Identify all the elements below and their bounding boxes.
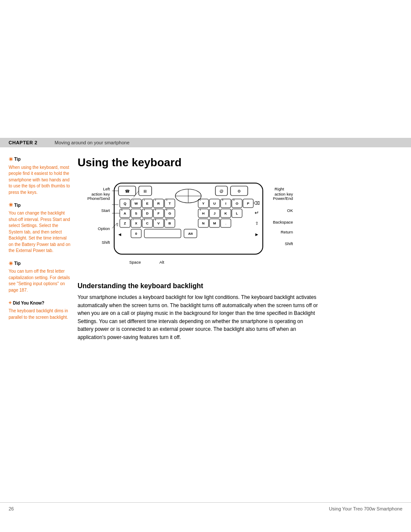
svg-text:Z: Z [124, 221, 126, 225]
return-label: Return [280, 230, 293, 235]
left-action-key-label: Leftaction key [78, 187, 110, 197]
svg-text:1: 1 [144, 199, 145, 201]
did-you-know-text: The keyboard backlight dims in parallel … [9, 308, 71, 320]
svg-text:7: 7 [133, 218, 134, 221]
svg-text:D: D [146, 212, 149, 215]
tip-1-header: ✳ Tip [9, 156, 71, 163]
svg-text:V: V [157, 221, 160, 225]
svg-text:8: 8 [222, 199, 224, 201]
svg-text:⇧: ⇧ [115, 222, 119, 227]
svg-text:O: O [236, 202, 238, 205]
option-label: Option [82, 226, 110, 231]
svg-text:H: H [202, 212, 205, 215]
shift-right-label: Shift [285, 241, 293, 246]
svg-text:N: N [202, 221, 205, 225]
did-you-know-header: + Did You Know? [9, 299, 71, 307]
power-end-label: Power/End [273, 196, 293, 201]
ok-label: OK [287, 208, 293, 213]
svg-text:S: S [135, 212, 137, 215]
tip-3-star-icon: ✳ [9, 260, 13, 268]
backspace-label: Backspace [273, 220, 293, 225]
svg-text:↵: ↵ [255, 210, 259, 216]
tip-1-label: Tip [14, 156, 21, 162]
tip-1-star-icon: ✳ [9, 156, 13, 163]
phone-send-label: Phone/Send [78, 196, 110, 201]
shift-left-label: Shift [86, 240, 110, 245]
svg-text:9: 9 [234, 199, 235, 201]
chapter-title: Moving around on your smartphone [55, 140, 130, 145]
svg-text:5: 5 [200, 208, 201, 211]
svg-rect-89 [144, 229, 181, 238]
did-you-know-label: Did You Know? [13, 300, 44, 306]
svg-text:⊞: ⊞ [143, 189, 147, 193]
svg-text:@: @ [219, 189, 223, 193]
content-area: ✳ Tip When using the keyboard, most peop… [0, 147, 411, 350]
sidebar: ✳ Tip When using the keyboard, most peop… [9, 156, 78, 342]
svg-text:⚙: ⚙ [237, 189, 241, 193]
svg-text:X: X [135, 221, 137, 225]
footer-book-title: Using Your Treo 700w Smartphone [329, 506, 402, 511]
svg-text:Alt: Alt [188, 232, 193, 236]
svg-text:8: 8 [144, 218, 145, 221]
tip-2-header: ✳ Tip [9, 202, 71, 209]
svg-text:C: C [146, 221, 149, 225]
svg-line-95 [134, 191, 139, 197]
svg-text:9: 9 [155, 218, 156, 221]
body-text: Your smartphone includes a keyboard back… [78, 293, 319, 342]
main-content: Using the keyboard Leftaction key Phone/… [78, 156, 402, 342]
tip-2-label: Tip [14, 202, 21, 208]
svg-text:⌫: ⌫ [254, 201, 260, 205]
keyboard-diagram: Leftaction key Phone/Send Start Option S… [78, 174, 302, 274]
section-title: Using the keyboard [78, 156, 402, 169]
svg-text:☎: ☎ [125, 189, 130, 193]
svg-text:E: E [146, 202, 149, 205]
svg-text:5: 5 [155, 208, 156, 211]
tip-3: ✳ Tip You can turn off the first letter … [9, 260, 71, 294]
page-wrapper: CHAPTER 2 Moving around on your smartpho… [0, 138, 411, 532]
tip-2: ✳ Tip You can change the backlight shut-… [9, 202, 71, 254]
svg-text:J: J [214, 212, 215, 215]
svg-text:M: M [213, 221, 216, 225]
tip-1: ✳ Tip When using the keyboard, most peop… [9, 156, 71, 196]
svg-text:A: A [124, 212, 126, 215]
keyboard-svg: ☎ ⊞ @ [112, 181, 265, 262]
svg-text:L: L [236, 212, 238, 215]
svg-text:.: . [225, 221, 226, 225]
svg-text:Q: Q [124, 202, 126, 205]
svg-text:►: ► [255, 232, 259, 237]
svg-text:U: U [213, 202, 216, 205]
did-you-know: + Did You Know? The keyboard backlight d… [9, 299, 71, 320]
svg-text:B: B [168, 221, 171, 225]
tip-1-text: When using the keyboard, most people fin… [9, 165, 71, 196]
svg-text:4: 4 [144, 208, 145, 211]
tip-2-text: You can change the backlight shut-off in… [9, 210, 71, 254]
page-footer: 26 Using Your Treo 700w Smartphone [0, 502, 411, 515]
tip-2-star-icon: ✳ [9, 202, 13, 209]
svg-text:W: W [134, 202, 138, 205]
svg-text:T: T [169, 202, 171, 205]
tip-3-text: You can turn off the first letter capita… [9, 268, 71, 293]
chapter-label: CHAPTER 2 [9, 140, 37, 145]
did-you-know-cross-icon: + [9, 299, 12, 307]
svg-text:◄: ◄ [118, 232, 122, 237]
svg-text:K: K [224, 212, 227, 215]
svg-text:6: 6 [166, 208, 168, 211]
start-label: Start [86, 208, 110, 213]
svg-text:3: 3 [166, 199, 168, 201]
svg-text:+: + [133, 199, 134, 201]
svg-text:I: I [225, 202, 226, 205]
chapter-bar: CHAPTER 2 Moving around on your smartpho… [0, 138, 411, 147]
tip-3-label: Tip [14, 261, 21, 267]
right-action-key-label: Rightaction key [274, 187, 293, 197]
svg-text:G: G [168, 212, 171, 215]
tip-3-header: ✳ Tip [9, 260, 71, 268]
svg-text:R: R [157, 202, 160, 205]
svg-text:2: 2 [155, 199, 156, 201]
svg-text:Y: Y [202, 202, 205, 205]
svg-text:b: b [166, 218, 168, 221]
svg-text:F: F [158, 212, 160, 215]
svg-text:0: 0 [135, 232, 137, 236]
svg-text:⇧: ⇧ [255, 221, 258, 226]
subsection-title: Understanding the keyboard backlight [78, 282, 402, 290]
footer-page-number: 26 [9, 506, 14, 511]
